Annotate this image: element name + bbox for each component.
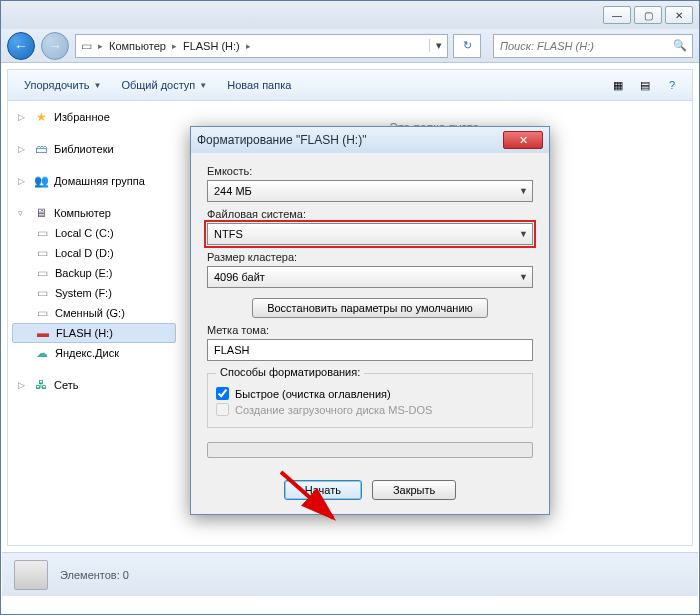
sidebar-drive-d[interactable]: ▭Local D (D:) bbox=[12, 243, 176, 263]
sidebar-item-label: Сменный (G:) bbox=[55, 307, 125, 319]
quick-format-input[interactable] bbox=[216, 387, 229, 400]
format-dialog: Форматирование "FLASH (H:)" ✕ Емкость: 2… bbox=[190, 126, 550, 515]
cluster-combo[interactable]: 4096 байт ▼ bbox=[207, 266, 533, 288]
dialog-titlebar[interactable]: Форматирование "FLASH (H:)" ✕ bbox=[191, 127, 549, 153]
usb-icon: ▬ bbox=[35, 325, 51, 341]
sidebar-drive-h[interactable]: ▬FLASH (H:) bbox=[12, 323, 176, 343]
organize-button[interactable]: Упорядочить ▼ bbox=[16, 75, 109, 95]
msdos-boot-checkbox: Создание загрузочного диска MS-DOS bbox=[216, 403, 524, 416]
msdos-boot-label: Создание загрузочного диска MS-DOS bbox=[235, 404, 432, 416]
sidebar-item-label: Компьютер bbox=[54, 207, 111, 219]
close-button[interactable]: Закрыть bbox=[372, 480, 456, 500]
star-icon: ★ bbox=[33, 109, 49, 125]
sidebar-yandex-disk[interactable]: ☁Яндекс.Диск bbox=[12, 343, 176, 363]
preview-pane-button[interactable]: ▤ bbox=[633, 74, 657, 96]
chevron-right-icon[interactable]: ▸ bbox=[244, 41, 253, 51]
status-bar: Элементов: 0 bbox=[2, 552, 698, 596]
capacity-label: Емкость: bbox=[207, 165, 533, 177]
drive-icon: ▭ bbox=[76, 39, 96, 53]
chevron-down-icon: ▼ bbox=[93, 81, 101, 90]
new-folder-button[interactable]: Новая папка bbox=[219, 75, 299, 95]
chevron-down-icon: ▼ bbox=[199, 81, 207, 90]
address-dropdown[interactable]: ▾ bbox=[429, 39, 447, 52]
sidebar-drive-f[interactable]: ▭System (F:) bbox=[12, 283, 176, 303]
navigation-pane: ▷ ★ Избранное ▷ 🗃 Библиотеки ▷ 👥 Домашня… bbox=[8, 101, 180, 545]
dialog-button-row: Начать Закрыть bbox=[191, 468, 549, 514]
format-options-group: Способы форматирования: Быстрое (очистка… bbox=[207, 373, 533, 428]
dialog-close-button[interactable]: ✕ bbox=[503, 131, 543, 149]
view-button[interactable]: ▦ bbox=[606, 74, 630, 96]
arrow-right-icon: → bbox=[48, 38, 62, 54]
window-close-button[interactable]: ✕ bbox=[665, 6, 693, 24]
help-icon: ? bbox=[669, 79, 675, 91]
chevron-down-icon: ▼ bbox=[519, 186, 528, 196]
breadcrumb-drive[interactable]: FLASH (H:) bbox=[179, 35, 244, 57]
sidebar-computer[interactable]: ▿ 🖥 Компьютер bbox=[12, 203, 176, 223]
share-button[interactable]: Общий доступ ▼ bbox=[113, 75, 215, 95]
volume-label-label: Метка тома: bbox=[207, 324, 533, 336]
sidebar-item-label: Backup (E:) bbox=[55, 267, 112, 279]
nav-back-button[interactable]: ← bbox=[7, 32, 35, 60]
chevron-right-icon[interactable]: ▸ bbox=[170, 41, 179, 51]
filesystem-combo[interactable]: NTFS ▼ bbox=[207, 223, 533, 245]
command-bar: Упорядочить ▼ Общий доступ ▼ Новая папка… bbox=[7, 69, 693, 101]
capacity-combo[interactable]: 244 МБ ▼ bbox=[207, 180, 533, 202]
format-progress bbox=[207, 442, 533, 458]
refresh-icon: ↻ bbox=[463, 39, 472, 52]
disk-icon: ▭ bbox=[34, 265, 50, 281]
filesystem-label: Файловая система: bbox=[207, 208, 533, 220]
search-icon: 🔍 bbox=[673, 39, 687, 51]
cluster-label: Размер кластера: bbox=[207, 251, 533, 263]
disk-icon: ▭ bbox=[34, 225, 50, 241]
sidebar-network[interactable]: ▷ 🖧 Сеть bbox=[12, 375, 176, 395]
nav-forward-button[interactable]: → bbox=[41, 32, 69, 60]
sidebar-drive-c[interactable]: ▭Local C (C:) bbox=[12, 223, 176, 243]
collapse-icon: ▿ bbox=[18, 208, 28, 218]
expand-icon: ▷ bbox=[18, 380, 28, 390]
arrow-left-icon: ← bbox=[14, 38, 28, 54]
sidebar-libraries[interactable]: ▷ 🗃 Библиотеки bbox=[12, 139, 176, 159]
search-button[interactable]: 🔍 bbox=[668, 39, 692, 52]
help-button[interactable]: ? bbox=[660, 74, 684, 96]
capacity-value: 244 МБ bbox=[214, 185, 252, 197]
dialog-title: Форматирование "FLASH (H:)" bbox=[197, 133, 366, 147]
start-button[interactable]: Начать bbox=[284, 480, 362, 500]
sidebar-homegroup[interactable]: ▷ 👥 Домашняя группа bbox=[12, 171, 176, 191]
window-titlebar: — ▢ ✕ bbox=[1, 1, 699, 29]
sidebar-item-label: Яндекс.Диск bbox=[55, 347, 119, 359]
volume-label-input[interactable] bbox=[207, 339, 533, 361]
search-input[interactable] bbox=[494, 40, 668, 52]
chevron-right-icon[interactable]: ▸ bbox=[96, 41, 105, 51]
sidebar-drive-g[interactable]: ▭Сменный (G:) bbox=[12, 303, 176, 323]
sidebar-item-label: Избранное bbox=[54, 111, 110, 123]
msdos-boot-input bbox=[216, 403, 229, 416]
expand-icon: ▷ bbox=[18, 176, 28, 186]
cluster-value: 4096 байт bbox=[214, 271, 265, 283]
sidebar-item-label: Local C (C:) bbox=[55, 227, 114, 239]
share-label: Общий доступ bbox=[121, 79, 195, 91]
disk-icon: ▭ bbox=[34, 305, 50, 321]
restore-defaults-button[interactable]: Восстановить параметры по умолчанию bbox=[252, 298, 488, 318]
quick-format-checkbox[interactable]: Быстрое (очистка оглавления) bbox=[216, 387, 524, 400]
expand-icon: ▷ bbox=[18, 144, 28, 154]
expand-icon: ▷ bbox=[18, 112, 28, 122]
nav-bar: ← → ▭ ▸ Компьютер ▸ FLASH (H:) ▸ ▾ ↻ 🔍 bbox=[1, 29, 699, 63]
maximize-button[interactable]: ▢ bbox=[634, 6, 662, 24]
refresh-button[interactable]: ↻ bbox=[453, 34, 481, 58]
homegroup-icon: 👥 bbox=[33, 173, 49, 189]
search-box[interactable]: 🔍 bbox=[493, 34, 693, 58]
organize-label: Упорядочить bbox=[24, 79, 89, 91]
sidebar-favorites[interactable]: ▷ ★ Избранное bbox=[12, 107, 176, 127]
address-bar[interactable]: ▭ ▸ Компьютер ▸ FLASH (H:) ▸ ▾ bbox=[75, 34, 448, 58]
sidebar-drive-e[interactable]: ▭Backup (E:) bbox=[12, 263, 176, 283]
status-elements: Элементов: 0 bbox=[60, 569, 129, 581]
view-icon: ▦ bbox=[613, 79, 623, 92]
sidebar-item-label: Local D (D:) bbox=[55, 247, 114, 259]
disk-icon: ▭ bbox=[34, 245, 50, 261]
breadcrumb-computer[interactable]: Компьютер bbox=[105, 35, 170, 57]
minimize-button[interactable]: — bbox=[603, 6, 631, 24]
dialog-body: Емкость: 244 МБ ▼ Файловая система: NTFS… bbox=[191, 153, 549, 468]
sidebar-item-label: FLASH (H:) bbox=[56, 327, 113, 339]
drive-large-icon bbox=[14, 560, 48, 590]
sidebar-item-label: Домашняя группа bbox=[54, 175, 145, 187]
